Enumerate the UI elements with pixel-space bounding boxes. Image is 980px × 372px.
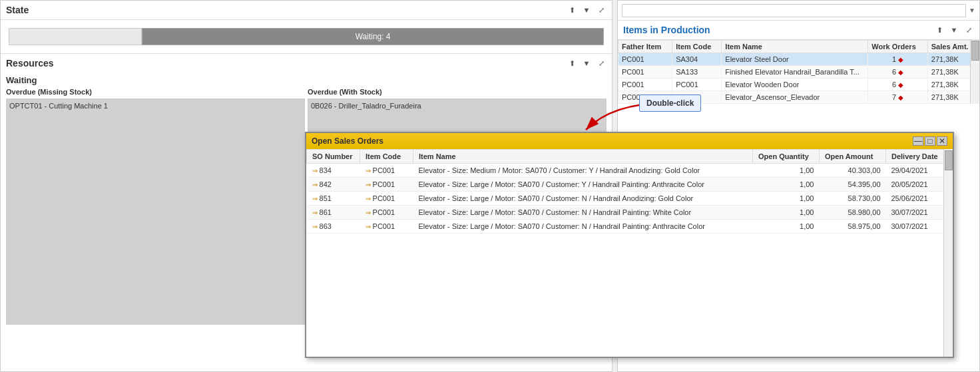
items-table-row[interactable]: PC001 PC001 Elevator Wooden Door 6 ◆ 271… (618, 79, 979, 91)
items-scrollbar[interactable] (970, 40, 979, 104)
popup-cell-code: ⇒ PC001 (360, 220, 413, 234)
so-arrow-icon: ⇒ (312, 223, 318, 230)
popup-col-code: Item Code (360, 150, 413, 164)
popup-cell-amount: 40.303,00 (820, 164, 886, 178)
resources-header: Resources ⬆ ▼ ⤢ (1, 54, 612, 73)
popup-cell-name: Elevator - Size: Medium / Motor: SA070 /… (413, 164, 753, 178)
popup-col-qty: Open Quantity (753, 150, 820, 164)
col-father-item: Father Item (618, 41, 672, 53)
items-table-row[interactable]: PC001 SA304 Elevator Steel Door 1 ◆ 271,… (618, 53, 979, 66)
cell-orders: 1 ◆ (868, 53, 927, 66)
popup-scrollbar-thumb[interactable] (945, 150, 953, 170)
resources-title: Resources (6, 58, 54, 69)
state-export-icon[interactable]: ⬆ (567, 5, 577, 15)
col1-item: OPTCT01 - Cutting Machine 1 (9, 102, 302, 110)
popup-cell-date: 30/07/2021 (886, 206, 953, 220)
search-input[interactable] (622, 4, 966, 17)
popup-scrollbar[interactable] (943, 149, 953, 357)
popup-cell-name: Elevator - Size: Large / Motor: SA070 / … (413, 192, 753, 206)
state-bar-empty (9, 28, 142, 45)
state-filter-icon[interactable]: ▼ (581, 5, 592, 15)
popup-table-header-row: SO Number Item Code Item Name Open Quant… (307, 150, 953, 164)
popup-col-date: Delivery Date (886, 150, 953, 164)
popup-cell-date: 20/05/2021 (886, 178, 953, 192)
popup-col-amount: Open Amount (820, 150, 886, 164)
popup-table-row[interactable]: ⇒ 834 ⇒ PC001 Elevator - Size: Medium / … (307, 164, 953, 178)
popup-cell-so: ⇒ 842 (307, 178, 360, 192)
popup-cell-date: 25/06/2021 (886, 192, 953, 206)
popup-cell-code: ⇒ PC001 (360, 178, 413, 192)
state-title: State (6, 5, 29, 15)
cell-orders: 7 ◆ (868, 91, 927, 104)
popup-cell-name: Elevator - Size: Large / Motor: SA070 / … (413, 178, 753, 192)
popup-cell-qty: 1,00 (753, 164, 820, 178)
popup-cell-amount: 58.975,00 (820, 220, 886, 234)
col2-item: 0B026 - Driller_Taladro_Furadeira (311, 102, 603, 110)
popup-table-row[interactable]: ⇒ 851 ⇒ PC001 Elevator - Size: Large / M… (307, 192, 953, 206)
dropdown-arrow-icon[interactable]: ▼ (969, 7, 975, 14)
code-arrow-icon: ⇒ (366, 195, 371, 202)
so-arrow-icon: ⇒ (312, 209, 318, 216)
items-filter-icon[interactable]: ▼ (949, 25, 959, 35)
cell-name: Elevator_Ascensor_Elevador (722, 91, 868, 104)
state-panel-icons: ⬆ ▼ ⤢ (567, 5, 607, 15)
items-panel-icons: ⬆ ▼ ⤢ (934, 25, 974, 35)
popup-cell-so: ⇒ 834 (307, 164, 360, 178)
popup-restore-btn[interactable]: □ (925, 136, 935, 146)
so-arrow-icon: ⇒ (312, 195, 318, 202)
code-arrow-icon: ⇒ (366, 167, 371, 174)
state-panel-header: State ⬆ ▼ ⤢ (1, 1, 612, 20)
popup-cell-qty: 1,00 (753, 178, 820, 192)
col-item-name: Item Name (722, 41, 868, 53)
popup-cell-so: ⇒ 861 (307, 206, 360, 220)
popup-table-row[interactable]: ⇒ 863 ⇒ PC001 Elevator - Size: Large / M… (307, 220, 953, 234)
cell-name: Elevator Wooden Door (722, 79, 868, 91)
code-arrow-icon: ⇒ (366, 181, 371, 188)
col-item-code: Item Code (672, 41, 722, 53)
popup-cell-amount: 58.730,00 (820, 192, 886, 206)
popup-cell-date: 29/04/2021 (886, 164, 953, 178)
waiting-label: Waiting (1, 73, 612, 88)
cell-orders: 6 ◆ (868, 66, 927, 79)
col1-content: OPTCT01 - Cutting Machine 1 (6, 98, 305, 325)
popup-table-row[interactable]: ⇒ 842 ⇒ PC001 Elevator - Size: Large / M… (307, 178, 953, 192)
popup-content: SO Number Item Code Item Name Open Quant… (306, 149, 953, 357)
open-sales-orders-popup: Open Sales Orders — □ ✕ SO Number Item C… (305, 132, 954, 358)
popup-table-row[interactable]: ⇒ 861 ⇒ PC001 Elevator - Size: Large / M… (307, 206, 953, 220)
red-diamond-icon: ◆ (898, 94, 903, 101)
state-bar-area: Waiting: 4 (1, 20, 612, 53)
popup-cell-name: Elevator - Size: Large / Motor: SA070 / … (413, 220, 753, 234)
cell-code: SA304 (672, 53, 722, 66)
resources-filter-icon[interactable]: ▼ (581, 58, 592, 69)
items-scrollbar-thumb[interactable] (971, 41, 979, 61)
items-table-header-row: Father Item Item Code Item Name Work Ord… (618, 41, 979, 53)
state-bar-filled: Waiting: 4 (142, 28, 604, 45)
popup-cell-code: ⇒ PC001 (360, 192, 413, 206)
popup-cell-date: 30/07/2021 (886, 220, 953, 234)
so-arrow-icon: ⇒ (312, 181, 318, 188)
items-table-row[interactable]: PC001 SA133 Finished Elevator Handrail_B… (618, 66, 979, 79)
popup-table: SO Number Item Code Item Name Open Quant… (306, 149, 953, 234)
cell-code: SA133 (672, 66, 722, 79)
items-in-production-title: Items in Production (623, 25, 710, 35)
cell-name: Finished Elevator Handrail_Barandilla T.… (722, 66, 868, 79)
state-expand-icon[interactable]: ⤢ (596, 5, 607, 15)
red-diamond-icon: ◆ (898, 69, 903, 76)
resources-expand-icon[interactable]: ⤢ (596, 58, 607, 69)
popup-col-name: Item Name (413, 150, 753, 164)
popup-cell-so: ⇒ 851 (307, 192, 360, 206)
code-arrow-icon: ⇒ (366, 209, 371, 216)
items-export-icon[interactable]: ⬆ (934, 25, 945, 35)
popup-minimize-btn[interactable]: — (913, 136, 923, 146)
items-expand-icon[interactable]: ⤢ (963, 25, 974, 35)
cell-name: Elevator Steel Door (722, 53, 868, 66)
so-arrow-icon: ⇒ (312, 167, 318, 174)
overdue-missing-col: Overdue (Missing Stock) OPTCT01 - Cuttin… (6, 88, 305, 325)
popup-col-so: SO Number (307, 150, 360, 164)
resources-export-icon[interactable]: ⬆ (567, 58, 577, 69)
right-top-search: ▼ (618, 1, 979, 21)
popup-close-btn[interactable]: ✕ (937, 136, 947, 146)
popup-cell-code: ⇒ PC001 (360, 164, 413, 178)
cell-father: PC001 (618, 53, 672, 66)
popup-cell-name: Elevator - Size: Large / Motor: SA070 / … (413, 206, 753, 220)
